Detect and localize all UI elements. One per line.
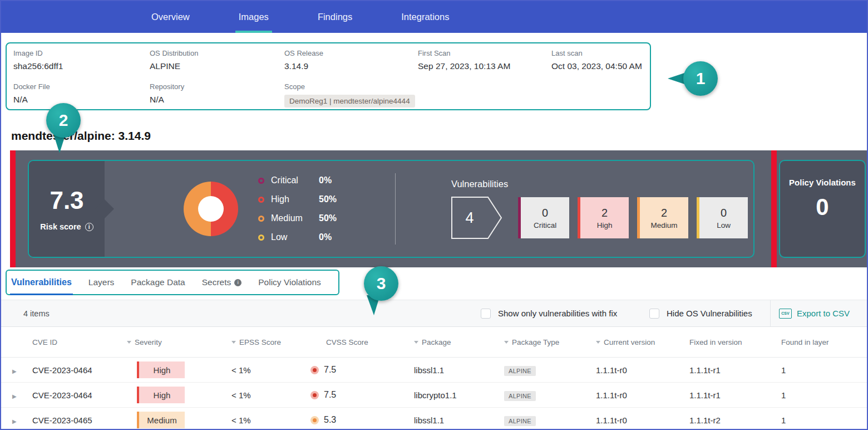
top-nav: Overview Images Findings Integrations [1, 1, 867, 33]
header-label: Current version [604, 338, 655, 346]
legend-row-medium: Medium 50% [258, 212, 337, 226]
show-fix-checkbox-group[interactable]: Show only vulnerabilities with fix [481, 300, 617, 326]
critical-stripe-left [10, 150, 16, 267]
tab-vulnerabilities-label: Vulnerabilities [11, 277, 72, 287]
row-expander-icon[interactable]: ▶ [12, 418, 17, 424]
callout-balloon-1: 1 [683, 61, 718, 96]
package-type-chip: ALPINE [504, 366, 536, 376]
header-epss-score[interactable]: EPSS Score [227, 338, 310, 346]
header-found-in-layer[interactable]: Found in layer [781, 338, 867, 346]
table-row[interactable]: ▶ CVE-2023-0465 Medium < 1% 5.3 libssl1.… [1, 408, 867, 430]
table-row[interactable]: ▶ CVE-2023-0464 High < 1% 7.5 libssl1.1 … [1, 358, 867, 383]
critical-count: 0 [542, 207, 548, 219]
row-expander-icon[interactable]: ▶ [12, 368, 17, 374]
medium-dot-icon [258, 216, 264, 222]
legend-pct: 0% [319, 232, 332, 242]
meta-field-os-distribution: OS Distribution ALPINE [150, 49, 284, 71]
legend-label: Low [271, 232, 319, 242]
info-icon[interactable] [85, 223, 93, 231]
nav-tab-images[interactable]: Images [239, 1, 269, 33]
filter-icon[interactable] [596, 341, 600, 344]
hide-os-checkbox-group[interactable]: Hide OS Vulnerabilities [649, 300, 752, 326]
callout-balloon-3: 3 [364, 266, 398, 301]
header-package[interactable]: Package [414, 338, 504, 346]
filter-icon[interactable] [414, 341, 418, 344]
legend-row-critical: Critical 0% [258, 174, 337, 188]
found-in-layer-cell: 1 [781, 416, 867, 425]
table-toolbar: 4 items Show only vulnerabilities with f… [1, 300, 867, 327]
found-in-layer-cell: 1 [781, 390, 867, 400]
nav-tab-findings[interactable]: Findings [318, 1, 352, 33]
meta-field-repository: Repository N/A [150, 82, 284, 108]
meta-value: DemoReg1 | mendtester/alpine4444 [284, 95, 418, 108]
info-icon[interactable] [234, 279, 241, 286]
legend-row-high: High 50% [258, 193, 337, 207]
filter-icon[interactable] [504, 341, 509, 344]
critical-dot-icon [258, 178, 264, 184]
header-current-version[interactable]: Current version [596, 338, 689, 346]
nav-tab-overview[interactable]: Overview [151, 1, 190, 33]
severity-donut [184, 182, 238, 236]
cvss-value: 7.5 [324, 365, 336, 375]
current-version-cell: 1.1.1t-r0 [596, 416, 689, 425]
current-version-cell: 1.1.1t-r0 [596, 365, 689, 375]
cve-id-cell: CVE-2023-0464 [32, 365, 127, 375]
filter-icon[interactable] [231, 341, 236, 344]
meta-label: OS Release [284, 49, 418, 57]
severity-legend: Critical 0% High 50% Medium 50% Low 0% [258, 174, 337, 245]
low-count: 0 [721, 207, 727, 219]
header-cve-id[interactable]: CVE ID [32, 338, 127, 346]
header-fixed-in-version[interactable]: Fixed in version [689, 338, 781, 346]
table-row[interactable]: ▶ CVE-2023-0464 High < 1% 7.5 libcrypto1… [1, 383, 867, 408]
header-label: CVSS Score [326, 338, 368, 346]
legend-label: Critical [271, 175, 319, 185]
fixed-version-cell: 1.1.1t-r2 [689, 416, 781, 425]
package-cell: libcrypto1.1 [414, 390, 504, 400]
hide-os-checkbox[interactable] [649, 309, 659, 319]
tab-vulnerabilities[interactable]: Vulnerabilities [11, 277, 72, 287]
detail-tabs-bar: Vulnerabilities Layers Package Data Secr… [1, 268, 867, 300]
low-dot-icon [258, 234, 264, 241]
tab-secrets[interactable]: Secrets [202, 277, 242, 287]
header-cvss-score[interactable]: CVSS Score [310, 338, 414, 346]
current-version-cell: 1.1.1t-r0 [596, 390, 689, 400]
medium-count: 2 [661, 207, 667, 219]
low-count-label: Low [717, 221, 731, 229]
tab-policy-violations[interactable]: Policy Violations [258, 277, 321, 287]
meta-value: Sep 27, 2023, 10:13 AM [418, 61, 551, 71]
csv-icon: CSV [779, 309, 792, 319]
filter-icon[interactable] [127, 341, 131, 344]
nav-tab-integrations-label: Integrations [401, 12, 449, 22]
severity-badge: High [137, 361, 185, 378]
policy-violations-count: 0 [780, 194, 865, 221]
found-in-layer-cell: 1 [781, 365, 867, 375]
page-title: mendtester/alpine: 3.14.9 [11, 129, 151, 143]
nav-tab-integrations[interactable]: Integrations [401, 1, 449, 33]
cve-id-cell: CVE-2023-0464 [32, 390, 127, 400]
tab-package-data[interactable]: Package Data [131, 277, 185, 287]
epss-cell: < 1% [227, 416, 310, 425]
risk-score-box: 7.3 Risk score [29, 161, 105, 257]
header-label: Found in layer [781, 338, 829, 346]
epss-cell: < 1% [227, 390, 310, 400]
tab-policy-violations-label: Policy Violations [258, 277, 321, 287]
policy-violations-title: Policy Violations [780, 178, 865, 187]
row-expander-icon[interactable]: ▶ [12, 393, 17, 399]
high-count-box: 2 High [578, 197, 629, 238]
legend-pct: 0% [319, 175, 332, 185]
header-label: Fixed in version [689, 338, 742, 346]
export-csv-button[interactable]: CSV Export to CSV [779, 300, 850, 326]
meta-field-image-id: Image ID sha256:6dff1 [13, 49, 150, 71]
tab-secrets-label: Secrets [202, 277, 231, 287]
risk-score-label-row: Risk score [40, 222, 93, 231]
header-package-type[interactable]: Package Type [504, 338, 596, 346]
severity-badge: Medium [137, 412, 185, 428]
nav-tab-overview-label: Overview [151, 12, 190, 22]
toolbar-divider [770, 300, 771, 326]
show-fix-checkbox[interactable] [481, 309, 491, 319]
header-label: Severity [135, 338, 162, 346]
header-severity[interactable]: Severity [127, 338, 227, 346]
tab-layers[interactable]: Layers [88, 277, 115, 287]
header-label: EPSS Score [239, 338, 281, 346]
cvss-value: 7.5 [324, 390, 336, 400]
